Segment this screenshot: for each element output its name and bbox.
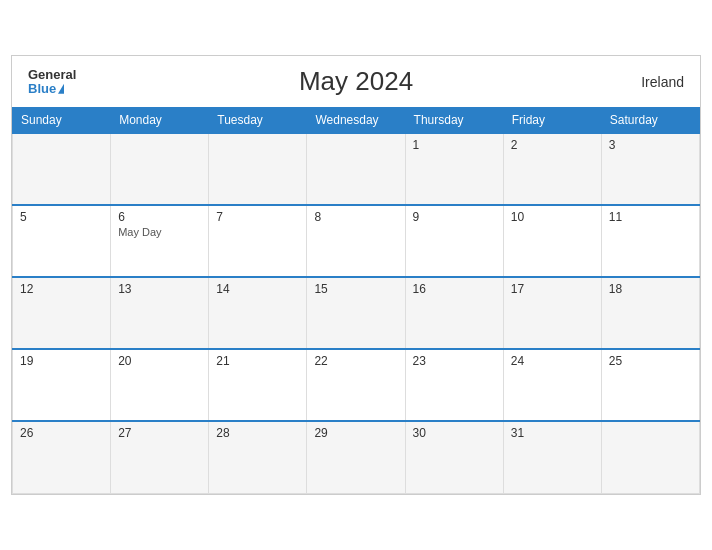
calendar-cell: 6May Day [111, 205, 209, 277]
calendar-cell: 7 [209, 205, 307, 277]
calendar-cell: 16 [405, 277, 503, 349]
calendar-cell [601, 421, 699, 493]
calendar-cell: 11 [601, 205, 699, 277]
header-saturday: Saturday [601, 108, 699, 134]
calendar-cell: 12 [13, 277, 111, 349]
day-number: 26 [20, 426, 103, 440]
day-number: 10 [511, 210, 594, 224]
week-row-4: 19202122232425 [13, 349, 700, 421]
day-number: 12 [20, 282, 103, 296]
day-number: 14 [216, 282, 299, 296]
day-number: 27 [118, 426, 201, 440]
calendar-cell: 28 [209, 421, 307, 493]
day-number: 2 [511, 138, 594, 152]
calendar-cell: 10 [503, 205, 601, 277]
day-number: 17 [511, 282, 594, 296]
calendar-cell: 14 [209, 277, 307, 349]
calendar-cell: 1 [405, 133, 503, 205]
calendar-cell: 13 [111, 277, 209, 349]
logo: General Blue [28, 67, 76, 96]
calendar-table: Sunday Monday Tuesday Wednesday Thursday… [12, 107, 700, 494]
day-number: 21 [216, 354, 299, 368]
calendar-cell [111, 133, 209, 205]
header-friday: Friday [503, 108, 601, 134]
header-thursday: Thursday [405, 108, 503, 134]
day-number: 30 [413, 426, 496, 440]
header-tuesday: Tuesday [209, 108, 307, 134]
day-number: 25 [609, 354, 692, 368]
calendar-cell: 20 [111, 349, 209, 421]
header-wednesday: Wednesday [307, 108, 405, 134]
calendar-cell: 22 [307, 349, 405, 421]
calendar-cell [13, 133, 111, 205]
calendar-cell: 17 [503, 277, 601, 349]
day-number: 5 [20, 210, 103, 224]
calendar-cell: 31 [503, 421, 601, 493]
day-number: 23 [413, 354, 496, 368]
header-sunday: Sunday [13, 108, 111, 134]
week-row-1: 123 [13, 133, 700, 205]
day-number: 9 [413, 210, 496, 224]
day-number: 24 [511, 354, 594, 368]
calendar-cell: 25 [601, 349, 699, 421]
week-row-5: 262728293031 [13, 421, 700, 493]
day-number: 29 [314, 426, 397, 440]
country-label: Ireland [641, 74, 684, 90]
week-row-2: 56May Day7891011 [13, 205, 700, 277]
logo-blue-text: Blue [28, 82, 56, 96]
day-number: 15 [314, 282, 397, 296]
calendar-cell: 24 [503, 349, 601, 421]
day-number: 3 [609, 138, 692, 152]
day-number: 8 [314, 210, 397, 224]
calendar-cell [209, 133, 307, 205]
week-row-3: 12131415161718 [13, 277, 700, 349]
calendar-cell: 30 [405, 421, 503, 493]
calendar-cell: 9 [405, 205, 503, 277]
holiday-label: May Day [118, 226, 201, 238]
logo-triangle-icon [58, 84, 64, 94]
calendar-cell: 29 [307, 421, 405, 493]
day-number: 7 [216, 210, 299, 224]
calendar-cell: 23 [405, 349, 503, 421]
day-number: 20 [118, 354, 201, 368]
day-header-row: Sunday Monday Tuesday Wednesday Thursday… [13, 108, 700, 134]
day-number: 6 [118, 210, 201, 224]
day-number: 1 [413, 138, 496, 152]
calendar-cell [307, 133, 405, 205]
calendar-cell: 8 [307, 205, 405, 277]
calendar-cell: 3 [601, 133, 699, 205]
calendar-cell: 19 [13, 349, 111, 421]
calendar-header: General Blue May 2024 Ireland [12, 56, 700, 107]
day-number: 31 [511, 426, 594, 440]
calendar-cell: 21 [209, 349, 307, 421]
day-number: 13 [118, 282, 201, 296]
calendar-container: General Blue May 2024 Ireland Sunday Mon… [11, 55, 701, 495]
day-number: 22 [314, 354, 397, 368]
day-number: 28 [216, 426, 299, 440]
day-number: 18 [609, 282, 692, 296]
calendar-title: May 2024 [299, 66, 413, 97]
calendar-cell: 15 [307, 277, 405, 349]
calendar-cell: 18 [601, 277, 699, 349]
header-monday: Monday [111, 108, 209, 134]
calendar-cell: 5 [13, 205, 111, 277]
calendar-cell: 2 [503, 133, 601, 205]
day-number: 11 [609, 210, 692, 224]
day-number: 16 [413, 282, 496, 296]
calendar-cell: 26 [13, 421, 111, 493]
day-number: 19 [20, 354, 103, 368]
logo-general-text: General [28, 67, 76, 81]
calendar-cell: 27 [111, 421, 209, 493]
